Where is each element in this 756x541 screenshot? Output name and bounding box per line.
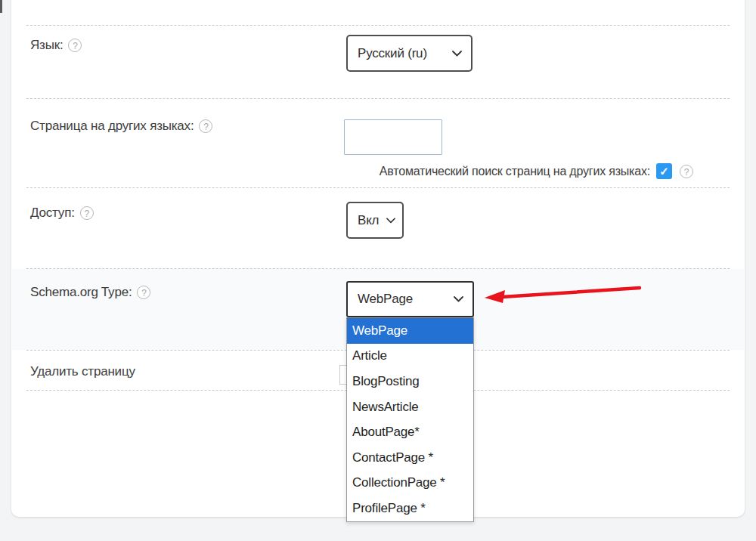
schema-option-aboutpage[interactable]: AboutPage* (347, 419, 473, 445)
schema-type-dropdown: WebPageArticleBlogPostingNewsArticleAbou… (346, 317, 474, 522)
language-select-value: Русский (ru) (358, 46, 427, 61)
help-icon[interactable]: ? (80, 206, 94, 220)
delete-page-label-text: Удалить страницу (30, 364, 135, 379)
schema-type-select[interactable]: WebPage (346, 281, 474, 317)
row-separator (26, 187, 730, 188)
auto-search-checkbox[interactable]: ✓ (656, 163, 672, 179)
help-icon[interactable]: ? (68, 39, 82, 52)
row-separator (26, 268, 730, 269)
access-select-value: Вкл (358, 213, 379, 228)
schema-option-collectionpage[interactable]: CollectionPage * (347, 471, 473, 496)
other-languages-label: Страница на других языках: ? (30, 119, 212, 134)
language-label-text: Язык: (30, 38, 63, 53)
schema-type-label: Schema.org Type: ? (30, 285, 150, 300)
schema-option-profilepage[interactable]: ProfilePage * (347, 496, 473, 521)
row-separator (26, 98, 730, 99)
page: Язык: ? Русский (ru) Страница на других … (0, 0, 756, 541)
other-languages-label-text: Страница на других языках: (30, 119, 194, 134)
scrollbar-fragment (0, 0, 2, 13)
checkmark-icon: ✓ (659, 165, 668, 178)
access-label: Доступ: ? (30, 206, 94, 221)
schema-type-label-text: Schema.org Type: (30, 285, 132, 300)
chevron-down-icon (454, 296, 463, 302)
access-select[interactable]: Вкл (346, 202, 404, 239)
chevron-down-icon (386, 218, 395, 224)
schema-option-webpage[interactable]: WebPage (347, 318, 473, 344)
help-icon[interactable]: ? (199, 119, 212, 133)
help-icon[interactable]: ? (680, 165, 693, 178)
schema-option-contactpage[interactable]: ContactPage * (347, 445, 473, 471)
schema-type-select-value: WebPage (358, 292, 413, 307)
access-label-text: Доступ: (30, 206, 75, 221)
delete-page-label: Удалить страницу (30, 364, 135, 379)
language-label: Язык: ? (30, 38, 82, 53)
auto-search-label: Автоматический поиск страниц на других я… (380, 165, 650, 178)
schema-option-article[interactable]: Article (347, 344, 473, 369)
row-separator (26, 25, 730, 26)
schema-option-newsarticle[interactable]: NewsArticle (347, 394, 473, 420)
language-select[interactable]: Русский (ru) (346, 35, 472, 72)
schema-option-blogposting[interactable]: BlogPosting (347, 369, 473, 394)
other-languages-input[interactable] (344, 119, 442, 155)
help-icon[interactable]: ? (137, 286, 150, 299)
chevron-down-icon (452, 51, 462, 57)
